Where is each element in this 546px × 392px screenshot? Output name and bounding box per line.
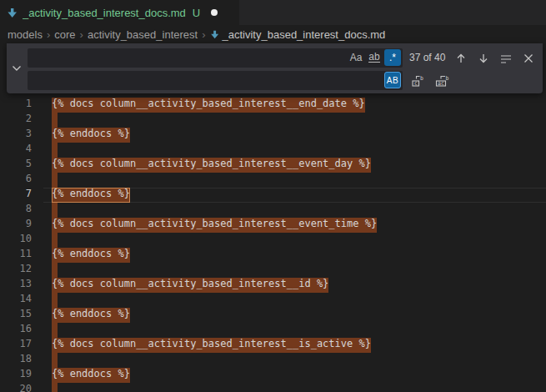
- markdown-file-icon: [7, 8, 18, 18]
- breadcrumb-item-folder[interactable]: activity_based_interest: [88, 28, 198, 41]
- line-number: 6: [0, 173, 32, 188]
- editor-line[interactable]: [52, 173, 58, 188]
- line-number: 15: [0, 308, 32, 323]
- svg-text:b: b: [445, 74, 448, 81]
- line-number: 4: [0, 143, 32, 158]
- find-match: {% enddocs %}: [52, 368, 130, 383]
- line-number: 20: [0, 383, 32, 392]
- find-match: {% docs column__activity_based_interest_…: [52, 218, 377, 233]
- editor-line[interactable]: {% docs column__activity_based_interest_…: [52, 98, 365, 113]
- editor-line[interactable]: [52, 293, 58, 308]
- find-input[interactable]: (.*) Aa ab .*: [28, 48, 403, 68]
- match-case-toggle[interactable]: Aa: [348, 49, 364, 66]
- preserve-case-toggle[interactable]: AB: [384, 72, 401, 88]
- chevron-right-icon: ›: [47, 28, 50, 41]
- breadcrumb-item-file[interactable]: _activity_based_interest_docs.md: [223, 28, 386, 41]
- find-match: {% enddocs %}: [52, 248, 130, 263]
- line-number: 5: [0, 158, 32, 173]
- editor-line[interactable]: [52, 233, 58, 248]
- editor-line[interactable]: {% enddocs %}: [52, 368, 130, 383]
- find-widget: (.*) Aa ab .* 37 of 40 {% docs column: [7, 43, 543, 93]
- next-match-button[interactable]: [475, 50, 492, 67]
- find-match: {% docs column__activity_based_interest_…: [52, 158, 371, 173]
- find-match: [52, 233, 58, 248]
- breadcrumb-item-core[interactable]: core: [54, 28, 75, 41]
- editor-line[interactable]: [52, 113, 58, 128]
- editor-line[interactable]: {% docs column__activity_based_interest_…: [52, 338, 371, 353]
- git-status-badge: U: [193, 7, 200, 19]
- find-match: [52, 293, 58, 308]
- editor-line[interactable]: [52, 203, 58, 218]
- editor-line[interactable]: [52, 263, 58, 278]
- line-number: 19: [0, 368, 32, 383]
- find-match: [52, 143, 58, 158]
- line-number: 14: [0, 293, 32, 308]
- line-number: 9: [0, 218, 32, 233]
- replace-one-icon[interactable]: b c: [409, 73, 426, 89]
- line-number: 8: [0, 203, 32, 218]
- markdown-file-icon: [210, 30, 219, 39]
- modified-dot-icon[interactable]: [211, 9, 218, 16]
- find-match: {% enddocs %}: [52, 128, 130, 143]
- editor-line[interactable]: [52, 383, 58, 392]
- breadcrumb: models › core › activity_based_interest …: [0, 25, 546, 43]
- find-match: {% docs column__activity_based_interest_…: [52, 278, 328, 293]
- line-number: 11: [0, 248, 32, 263]
- svg-text:b: b: [420, 74, 423, 81]
- svg-text:c: c: [414, 80, 418, 87]
- line-number: 2: [0, 113, 32, 128]
- find-match: [52, 173, 58, 188]
- vscode-window: 1{% docs column__activity_based_interest…: [0, 0, 546, 392]
- chevron-right-icon: ›: [202, 28, 205, 41]
- editor-line[interactable]: [52, 353, 58, 368]
- close-icon[interactable]: [520, 50, 537, 67]
- line-number: 17: [0, 338, 32, 353]
- find-match: {% docs column__activity_based_interest_…: [52, 98, 365, 113]
- whole-word-toggle[interactable]: ab: [366, 49, 383, 66]
- editor-line[interactable]: {% enddocs %}: [52, 188, 130, 203]
- find-match: [52, 353, 58, 368]
- line-number: 3: [0, 128, 32, 143]
- editor-line[interactable]: {% enddocs %}: [52, 248, 130, 263]
- find-match: {% enddocs %}: [52, 308, 130, 323]
- find-match: [52, 263, 58, 278]
- line-number: 10: [0, 233, 32, 248]
- editor-line[interactable]: {% docs column__activity_based_interest_…: [52, 158, 371, 173]
- find-match: [52, 383, 58, 392]
- svg-text:ac: ac: [438, 80, 444, 87]
- previous-match-button[interactable]: [453, 50, 469, 67]
- editor-line[interactable]: {% docs column__activity_based_interest_…: [52, 278, 328, 293]
- editor-line[interactable]: [52, 143, 58, 158]
- line-number: 16: [0, 323, 32, 338]
- tab-filename: _activity_based_interest_docs.md: [23, 7, 186, 19]
- regex-toggle[interactable]: .*: [384, 49, 401, 66]
- chevron-right-icon: ›: [80, 28, 83, 41]
- find-in-selection-icon[interactable]: [498, 50, 514, 67]
- line-number: 1: [0, 98, 32, 113]
- toggle-replace-chevron[interactable]: [7, 43, 27, 93]
- breadcrumb-item-models[interactable]: models: [8, 28, 43, 41]
- find-match: {% docs column__activity_based_interest_…: [52, 338, 371, 353]
- line-number: 7: [0, 188, 32, 203]
- find-match: [52, 323, 58, 338]
- find-match-current: {% enddocs %}: [52, 188, 130, 203]
- find-match: [52, 113, 58, 128]
- tab-bar: _activity_based_interest_docs.md U: [0, 0, 546, 25]
- replace-all-icon[interactable]: b ac: [433, 73, 450, 89]
- editor-line[interactable]: {% enddocs %}: [52, 128, 130, 143]
- tab-active-file[interactable]: _activity_based_interest_docs.md U: [0, 0, 239, 25]
- replace-input[interactable]: {% docs column__activity_based_interest_…: [28, 71, 403, 90]
- editor-line[interactable]: {% enddocs %}: [52, 308, 130, 323]
- editor-line[interactable]: {% docs column__activity_based_interest_…: [52, 218, 377, 233]
- line-number: 13: [0, 278, 32, 293]
- find-match: [52, 203, 58, 218]
- line-number: 18: [0, 353, 32, 368]
- editor-line[interactable]: [52, 323, 58, 338]
- match-count: 37 of 40: [409, 48, 445, 68]
- line-number: 12: [0, 263, 32, 278]
